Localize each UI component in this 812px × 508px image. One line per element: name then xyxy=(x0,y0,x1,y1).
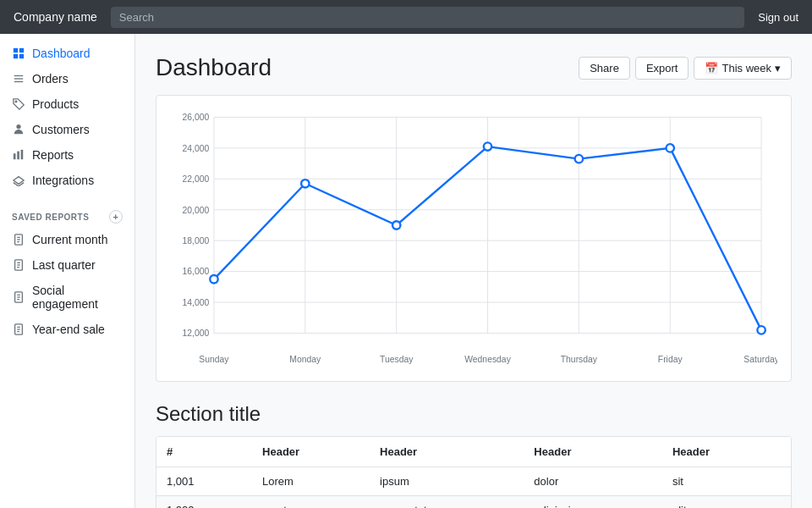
brand-name: Company name xyxy=(14,10,97,24)
saved-report-last-quarter[interactable]: Last quarter xyxy=(0,252,134,278)
page-header: Dashboard Share Export 📅 This week ▾ xyxy=(156,54,792,81)
table-body: 1,001Loremipsumdolorsit1,002ametconsecte… xyxy=(156,467,791,508)
signout-button[interactable]: Sign out xyxy=(758,11,798,24)
sidebar-label-reports: Reports xyxy=(32,148,74,162)
cell-1-3: adipiscing xyxy=(524,496,662,508)
svg-text:12,000: 12,000 xyxy=(183,329,210,338)
sidebar-item-reports[interactable]: Reports xyxy=(0,142,134,168)
sidebar-label-products: Products xyxy=(32,97,79,111)
person-icon xyxy=(12,123,25,136)
sidebar: DashboardOrdersProductsCustomersReportsI… xyxy=(0,34,135,508)
svg-text:16,000: 16,000 xyxy=(183,267,210,276)
list-icon xyxy=(12,72,25,86)
doc-icon xyxy=(12,323,25,336)
sidebar-label-orders: Orders xyxy=(32,72,69,86)
cell-0-1: Lorem xyxy=(252,467,370,496)
section-title: Section title xyxy=(156,402,792,426)
sidebar-label-integrations: Integrations xyxy=(32,174,94,187)
search-input[interactable] xyxy=(111,7,744,28)
sidebar-item-orders[interactable]: Orders xyxy=(0,66,134,91)
svg-point-52 xyxy=(301,179,309,187)
table-header-row: #HeaderHeaderHeaderHeader xyxy=(156,437,791,467)
svg-text:Thursday: Thursday xyxy=(561,355,598,364)
main-content: Dashboard Share Export 📅 This week ▾ 12,… xyxy=(135,34,812,508)
line-chart: 12,00014,00016,00018,00020,00022,00024,0… xyxy=(170,109,777,365)
svg-text:22,000: 22,000 xyxy=(183,174,210,184)
layers-icon xyxy=(12,174,25,187)
cell-1-4: elit xyxy=(662,496,791,508)
svg-text:Wednesday: Wednesday xyxy=(464,355,511,364)
saved-reports-section: SAVED REPORTS + xyxy=(0,200,134,227)
export-button[interactable]: Export xyxy=(635,57,689,80)
grid-icon xyxy=(12,47,25,60)
sidebar-nav: DashboardOrdersProductsCustomersReportsI… xyxy=(0,34,134,200)
svg-text:Friday: Friday xyxy=(658,355,683,364)
week-label: This week xyxy=(721,62,771,75)
svg-point-54 xyxy=(484,142,491,150)
col-header-2: Header xyxy=(370,437,524,467)
topbar: Company name Sign out xyxy=(0,0,812,34)
svg-rect-1 xyxy=(19,48,24,52)
svg-rect-11 xyxy=(21,150,24,159)
cell-1-0: 1,002 xyxy=(156,496,252,508)
saved-reports-label: SAVED REPORTS xyxy=(12,213,89,222)
saved-report-year-end-sale[interactable]: Year-end sale xyxy=(0,317,134,342)
saved-report-label-last-quarter: Last quarter xyxy=(32,258,96,272)
svg-text:18,000: 18,000 xyxy=(183,236,210,246)
saved-report-label-current-month: Current month xyxy=(32,233,107,246)
data-table-container: #HeaderHeaderHeaderHeader 1,001Loremipsu… xyxy=(156,436,792,508)
cell-0-3: dolor xyxy=(524,467,662,496)
sidebar-label-dashboard: Dashboard xyxy=(32,47,91,60)
cell-1-1: amet xyxy=(252,496,370,508)
sidebar-item-dashboard[interactable]: Dashboard xyxy=(0,41,134,66)
cell-0-0: 1,001 xyxy=(156,467,252,496)
svg-point-8 xyxy=(16,124,20,129)
doc-icon xyxy=(12,258,25,272)
sidebar-item-products[interactable]: Products xyxy=(0,91,134,117)
header-actions: Share Export 📅 This week ▾ xyxy=(579,57,792,80)
svg-point-56 xyxy=(667,144,674,152)
col-header-4: Header xyxy=(662,437,791,467)
bar-chart-icon xyxy=(12,148,25,162)
svg-text:Sunday: Sunday xyxy=(199,355,229,364)
saved-report-current-month[interactable]: Current month xyxy=(0,227,134,252)
svg-text:20,000: 20,000 xyxy=(183,206,210,215)
doc-icon xyxy=(12,233,25,246)
cell-0-2: ipsum xyxy=(370,467,524,496)
table-row: 1,002ametconsecteturadipiscingelit xyxy=(156,496,791,508)
data-table: #HeaderHeaderHeaderHeader 1,001Loremipsu… xyxy=(156,437,791,508)
svg-point-51 xyxy=(210,275,217,283)
layout: DashboardOrdersProductsCustomersReportsI… xyxy=(0,34,812,508)
sidebar-item-integrations[interactable]: Integrations xyxy=(0,168,134,193)
svg-text:26,000: 26,000 xyxy=(183,113,210,122)
svg-text:Saturday: Saturday xyxy=(743,355,777,364)
col-header-1: Header xyxy=(252,437,370,467)
saved-report-label-year-end-sale: Year-end sale xyxy=(32,323,105,336)
add-saved-report-button[interactable]: + xyxy=(109,210,123,224)
svg-text:14,000: 14,000 xyxy=(183,298,210,307)
svg-point-7 xyxy=(15,101,17,102)
svg-rect-3 xyxy=(19,54,24,58)
cell-0-4: sit xyxy=(662,467,791,496)
svg-point-55 xyxy=(575,155,583,163)
col-header-3: Header xyxy=(524,437,662,467)
week-filter-button[interactable]: 📅 This week ▾ xyxy=(694,57,792,80)
col-header-0: # xyxy=(156,437,252,467)
svg-text:Tuesday: Tuesday xyxy=(380,355,414,364)
sidebar-item-customers[interactable]: Customers xyxy=(0,117,134,142)
cell-1-2: consectetur xyxy=(370,496,524,508)
svg-text:24,000: 24,000 xyxy=(183,144,210,153)
page-title: Dashboard xyxy=(156,54,272,81)
table-header: #HeaderHeaderHeaderHeader xyxy=(156,437,791,467)
svg-rect-10 xyxy=(17,152,19,160)
svg-point-53 xyxy=(392,221,400,229)
saved-report-social-engagement[interactable]: Social engagement xyxy=(0,278,134,317)
share-button[interactable]: Share xyxy=(579,57,630,80)
saved-reports-list: Current monthLast quarterSocial engageme… xyxy=(0,227,134,342)
sidebar-label-customers: Customers xyxy=(32,123,90,136)
doc-icon xyxy=(12,290,25,304)
chart-container: 12,00014,00016,00018,00020,00022,00024,0… xyxy=(156,95,792,382)
svg-rect-0 xyxy=(14,48,18,52)
svg-text:Monday: Monday xyxy=(289,355,321,364)
chevron-down-icon: ▾ xyxy=(775,62,781,75)
